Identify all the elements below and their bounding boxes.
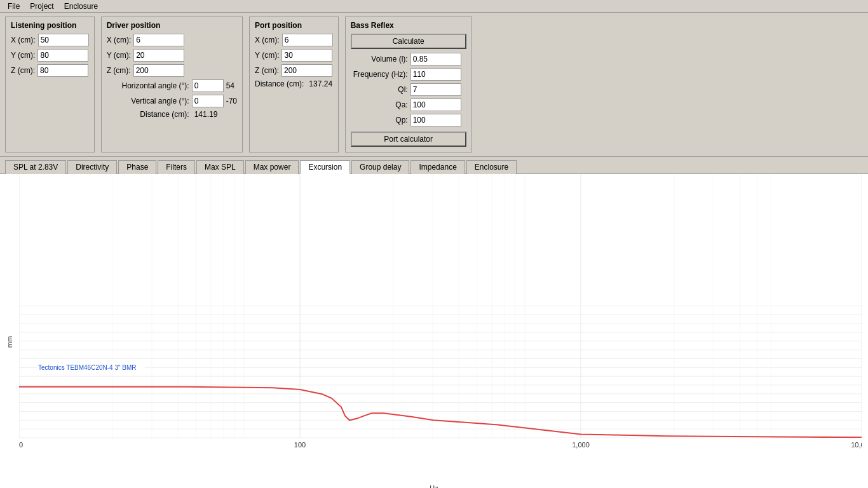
br-qa-input[interactable]	[410, 98, 461, 111]
lp-x-label: X (cm):	[11, 36, 36, 44]
pp-y-label: Y (cm):	[255, 51, 279, 60]
excursion-chart: 0 2 4 6 8 10 12 14 16 18 20 22 24 26 28 …	[19, 174, 862, 463]
y-axis-label: mm	[6, 336, 13, 348]
br-qa-row: Qa:	[351, 98, 466, 111]
br-volume-input[interactable]	[410, 53, 461, 65]
lp-z-input[interactable]	[37, 64, 88, 77]
pp-z-label: Z (cm):	[255, 66, 279, 75]
pp-y-input[interactable]	[281, 49, 332, 62]
pp-x-label: X (cm):	[255, 36, 280, 44]
port-calculator-button[interactable]: Port calculator	[351, 132, 466, 147]
lp-y-input[interactable]	[37, 49, 88, 62]
tab-max-spl[interactable]: Max SPL	[196, 160, 244, 174]
listening-position-title: Listening position	[11, 21, 89, 30]
dp-dist-label: Distance (cm):	[107, 110, 189, 119]
dp-dist-value: 141.19	[194, 110, 218, 119]
top-panel: Listening position X (cm): Y (cm): Z (cm…	[0, 13, 868, 157]
menu-project[interactable]: Project	[25, 2, 58, 11]
dp-z-row: Z (cm):	[107, 64, 237, 77]
dp-x-row: X (cm):	[107, 34, 237, 46]
pp-z-input[interactable]	[281, 64, 332, 77]
br-qa-label: Qa:	[351, 100, 408, 109]
dp-z-label: Z (cm):	[107, 66, 131, 75]
dp-vangle-input[interactable]	[192, 95, 224, 107]
dp-vangle-computed: -70	[226, 97, 237, 105]
menubar: File Project Enclosure	[0, 0, 868, 13]
port-position-group: Port position X (cm): Y (cm): Z (cm): Di…	[249, 17, 339, 152]
dp-hangle-computed: 54	[226, 81, 234, 90]
excursion-curve	[19, 387, 862, 438]
br-ql-input[interactable]	[410, 83, 461, 96]
driver-position-group: Driver position X (cm): Y (cm): Z (cm): …	[101, 17, 243, 152]
br-qp-label: Qp:	[351, 116, 408, 125]
chart-area: mm 0 2 4 6 8 10 12	[0, 174, 868, 488]
dp-y-input[interactable]	[133, 49, 184, 62]
tab-directivity[interactable]: Directivity	[67, 160, 117, 174]
br-freq-label: Frequency (Hz):	[351, 70, 408, 79]
menu-file[interactable]: File	[3, 2, 25, 11]
port-position-title: Port position	[255, 21, 333, 30]
lp-y-row: Y (cm):	[11, 49, 89, 62]
driver-position-title: Driver position	[107, 21, 237, 30]
lp-y-label: Y (cm):	[11, 51, 35, 60]
svg-text:10,000: 10,000	[851, 441, 862, 449]
br-volume-label: Volume (l):	[351, 55, 408, 64]
lp-x-input[interactable]	[38, 34, 89, 46]
svg-text:100: 100	[294, 441, 306, 449]
dp-z-input[interactable]	[133, 64, 184, 77]
tab-max-power[interactable]: Max power	[245, 160, 299, 174]
lp-z-row: Z (cm):	[11, 64, 89, 77]
br-qp-input[interactable]	[410, 114, 461, 126]
pp-x-input[interactable]	[282, 34, 333, 46]
tab-enclosure[interactable]: Enclosure	[466, 160, 517, 174]
dp-y-label: Y (cm):	[107, 51, 131, 60]
dp-x-input[interactable]	[133, 34, 184, 46]
driver-label-text: Tectonics TEBM46C20N-4 3" BMR	[38, 364, 137, 371]
pp-dist-row: Distance (cm): 137.24	[255, 79, 333, 88]
dp-hangle-row: Horizontal angle (°): 54	[107, 79, 237, 92]
pp-dist-value: 137.24	[309, 79, 332, 88]
br-freq-input[interactable]	[410, 68, 461, 81]
x-axis-label: Hz	[430, 484, 438, 488]
dp-vangle-label: Vertical angle (°):	[107, 97, 189, 105]
dp-hangle-input[interactable]	[192, 79, 224, 92]
dp-x-label: X (cm):	[107, 36, 132, 44]
br-volume-row: Volume (l):	[351, 53, 466, 65]
bass-reflex-group: Bass Reflex Calculate Volume (l): Freque…	[345, 17, 472, 152]
tab-phase[interactable]: Phase	[118, 160, 156, 174]
br-qp-row: Qp:	[351, 114, 466, 126]
pp-z-row: Z (cm):	[255, 64, 333, 77]
dp-vangle-row: Vertical angle (°): -70	[107, 95, 237, 107]
dp-hangle-label: Horizontal angle (°):	[107, 81, 189, 90]
bass-reflex-title: Bass Reflex	[351, 21, 466, 30]
dp-dist-row: Distance (cm): 141.19	[107, 110, 237, 119]
br-freq-row: Frequency (Hz):	[351, 68, 466, 81]
tabs-bar: SPL at 2.83VDirectivityPhaseFiltersMax S…	[0, 157, 868, 174]
br-ql-row: Ql:	[351, 83, 466, 96]
pp-dist-label: Distance (cm):	[255, 79, 304, 88]
pp-y-row: Y (cm):	[255, 49, 333, 62]
svg-text:1,000: 1,000	[572, 441, 590, 449]
dp-y-row: Y (cm):	[107, 49, 237, 62]
tab-spl-at-2-83v[interactable]: SPL at 2.83V	[5, 160, 66, 174]
menu-enclosure[interactable]: Enclosure	[59, 2, 103, 11]
lp-z-label: Z (cm):	[11, 66, 35, 75]
lp-x-row: X (cm):	[11, 34, 89, 46]
tab-group-delay[interactable]: Group delay	[351, 160, 409, 174]
tab-impedance[interactable]: Impedance	[410, 160, 465, 174]
listening-position-group: Listening position X (cm): Y (cm): Z (cm…	[5, 17, 95, 152]
svg-text:10: 10	[19, 441, 23, 449]
tab-filters[interactable]: Filters	[158, 160, 195, 174]
tab-excursion[interactable]: Excursion	[300, 160, 350, 174]
pp-x-row: X (cm):	[255, 34, 333, 46]
br-ql-label: Ql:	[351, 85, 408, 94]
calculate-button[interactable]: Calculate	[351, 34, 466, 49]
